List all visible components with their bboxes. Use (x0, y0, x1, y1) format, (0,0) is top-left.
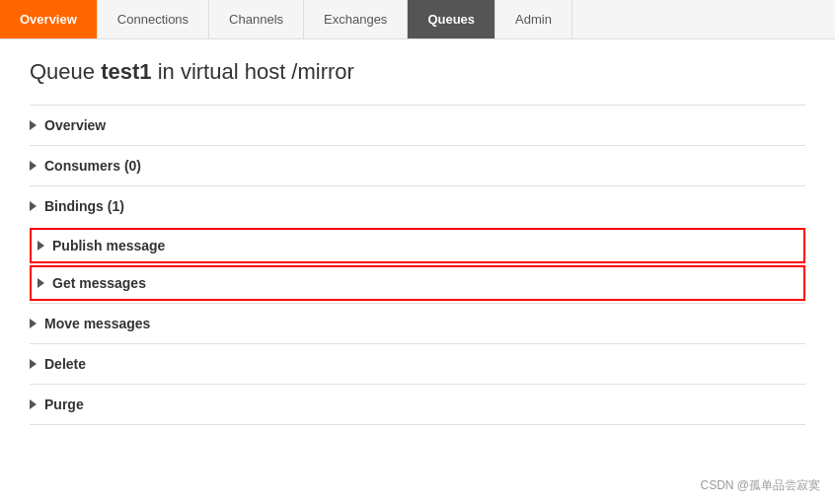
section-header-publish-message[interactable]: Publish message (32, 230, 803, 261)
nav-tab-channels[interactable]: Channels (209, 0, 304, 38)
section-header-bindings[interactable]: Bindings (1) (30, 196, 805, 216)
section-item-overview: Overview (30, 105, 805, 145)
section-header-consumers[interactable]: Consumers (0) (30, 156, 805, 176)
section-header-get-messages[interactable]: Get messages (32, 267, 803, 299)
section-item-delete: Delete (30, 343, 805, 384)
title-prefix: Queue (30, 59, 101, 84)
section-label-move-messages: Move messages (44, 316, 150, 331)
section-header-delete[interactable]: Delete (30, 354, 805, 374)
section-label-publish-message: Publish message (52, 238, 165, 253)
section-item-purge: Purge (30, 384, 805, 425)
section-header-overview[interactable]: Overview (30, 115, 805, 135)
chevron-icon-publish-message (38, 241, 44, 251)
nav-tab-connections[interactable]: Connections (98, 0, 209, 38)
section-item-bindings: Bindings (1) (30, 185, 805, 226)
watermark: CSDN @孤单品尝寂寞 (700, 477, 820, 494)
navbar: OverviewConnectionsChannelsExchangesQueu… (0, 0, 835, 39)
section-highlight-get-messages: Get messages (30, 265, 805, 301)
section-label-delete: Delete (44, 356, 86, 372)
watermark-text: CSDN @孤单品尝寂寞 (700, 478, 820, 492)
section-label-get-messages: Get messages (52, 275, 146, 291)
section-label-consumers: Consumers (0) (44, 158, 141, 174)
chevron-icon-consumers (30, 161, 37, 171)
nav-tab-admin[interactable]: Admin (495, 0, 572, 38)
chevron-icon-overview (30, 120, 37, 130)
section-label-purge: Purge (44, 396, 84, 412)
section-item-consumers: Consumers (0) (30, 145, 805, 185)
nav-tab-exchanges[interactable]: Exchanges (304, 0, 408, 38)
chevron-icon-bindings (30, 201, 37, 211)
section-highlight-publish-message: Publish message (30, 228, 805, 263)
chevron-icon-get-messages (38, 278, 44, 288)
section-label-overview: Overview (44, 117, 106, 133)
main-content: Queue test1 in virtual host /mirror Over… (0, 39, 835, 445)
chevron-icon-purge (30, 399, 37, 409)
page-title: Queue test1 in virtual host /mirror (30, 59, 805, 85)
section-item-move-messages: Move messages (30, 303, 805, 343)
section-header-move-messages[interactable]: Move messages (30, 314, 805, 333)
nav-tab-queues[interactable]: Queues (408, 0, 495, 38)
queue-name: test1 (101, 59, 151, 84)
chevron-icon-move-messages (30, 319, 37, 328)
section-header-purge[interactable]: Purge (30, 395, 805, 414)
section-label-bindings: Bindings (1) (44, 198, 124, 214)
nav-tab-overview[interactable]: Overview (0, 0, 98, 38)
title-suffix: in virtual host /mirror (152, 59, 354, 84)
sections-container: OverviewConsumers (0)Bindings (1)Publish… (30, 105, 805, 425)
chevron-icon-delete (30, 359, 37, 369)
